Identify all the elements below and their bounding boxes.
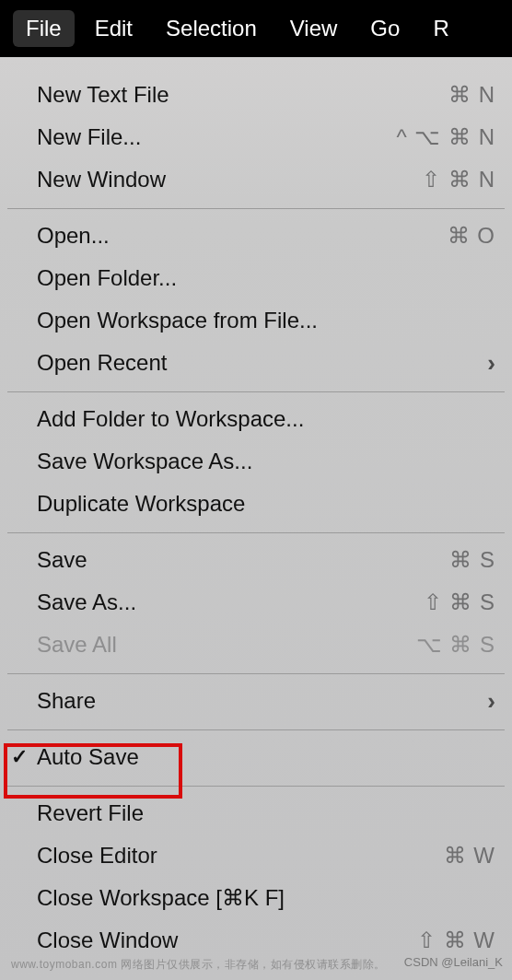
- menu-item-label: New Text File: [37, 82, 448, 108]
- menubar-item-file[interactable]: File: [13, 10, 75, 47]
- menu-item-share[interactable]: Share ›: [0, 680, 512, 722]
- menu-item-open-recent[interactable]: Open Recent ›: [0, 342, 512, 384]
- menu-item-shortcut: ^ ⌥ ⌘ N: [396, 124, 495, 150]
- menu-item-shortcut: ⌘ S: [449, 547, 495, 573]
- watermark-text: www.toymoban.com 网络图片仅供展示，非存储，如有侵权请联系删除。: [11, 957, 386, 973]
- menu-item-label: Save: [37, 547, 449, 573]
- menu-item-revert-file[interactable]: Revert File: [0, 792, 512, 834]
- menu-group: Share ›: [0, 674, 512, 729]
- check-icon: ✓: [11, 745, 28, 769]
- menu-item-open-workspace-from-file[interactable]: Open Workspace from File...: [0, 299, 512, 342]
- menu-item-label: Share: [37, 688, 487, 714]
- menu-group: New Text File ⌘ N New File... ^ ⌥ ⌘ N Ne…: [0, 68, 512, 208]
- menu-item-add-folder-to-workspace[interactable]: Add Folder to Workspace...: [0, 398, 512, 440]
- menu-group: Add Folder to Workspace... Save Workspac…: [0, 392, 512, 532]
- menu-item-label: Open Recent: [37, 350, 487, 376]
- menu-item-open-folder[interactable]: Open Folder...: [0, 257, 512, 299]
- menu-item-save[interactable]: Save ⌘ S: [0, 539, 512, 581]
- watermark-text: CSDN @Leilani_K: [404, 955, 503, 969]
- menu-item-label: Open...: [37, 223, 448, 249]
- menu-item-new-window[interactable]: New Window ⇧ ⌘ N: [0, 158, 512, 201]
- menu-item-shortcut: ⇧ ⌘ W: [417, 928, 495, 953]
- menubar-item-view[interactable]: View: [277, 10, 351, 47]
- menu-group: Revert File Close Editor ⌘ W Close Works…: [0, 787, 512, 969]
- menu-item-label: Add Folder to Workspace...: [37, 406, 495, 432]
- menu-item-shortcut: ⌘ W: [444, 843, 495, 869]
- menubar-item-go[interactable]: Go: [357, 10, 413, 47]
- menu-group: Open... ⌘ O Open Folder... Open Workspac…: [0, 209, 512, 391]
- menu-item-label: Save All: [37, 632, 416, 658]
- menu-item-save-workspace-as[interactable]: Save Workspace As...: [0, 440, 512, 483]
- menu-item-shortcut: ⇧ ⌘ S: [424, 589, 495, 615]
- menu-item-label: Duplicate Workspace: [37, 491, 495, 517]
- chevron-right-icon: ›: [487, 687, 495, 716]
- menu-item-label: Open Workspace from File...: [37, 308, 495, 333]
- menu-item-shortcut: ⇧ ⌘ N: [422, 167, 495, 192]
- menubar-item-edit[interactable]: Edit: [82, 10, 145, 47]
- menu-item-label: New Window: [37, 167, 422, 192]
- menu-item-label: New File...: [37, 124, 396, 150]
- menu-item-label: Open Folder...: [37, 265, 495, 291]
- menu-item-close-workspace[interactable]: Close Workspace [⌘K F]: [0, 877, 512, 919]
- menu-item-label: Close Workspace [⌘K F]: [37, 885, 495, 911]
- menu-item-label: Close Window: [37, 928, 417, 953]
- menu-item-new-file[interactable]: New File... ^ ⌥ ⌘ N: [0, 116, 512, 158]
- menu-item-close-editor[interactable]: Close Editor ⌘ W: [0, 834, 512, 877]
- menu-item-auto-save[interactable]: ✓ Auto Save: [0, 736, 512, 778]
- menubar: File Edit Selection View Go R: [0, 0, 512, 57]
- menu-item-open[interactable]: Open... ⌘ O: [0, 215, 512, 257]
- menu-group: Save ⌘ S Save As... ⇧ ⌘ S Save All ⌥ ⌘ S: [0, 533, 512, 673]
- menu-item-duplicate-workspace[interactable]: Duplicate Workspace: [0, 483, 512, 525]
- file-dropdown-menu: New Text File ⌘ N New File... ^ ⌥ ⌘ N Ne…: [0, 57, 512, 980]
- menu-item-label: Save As...: [37, 589, 424, 615]
- menu-item-label: Close Editor: [37, 843, 444, 869]
- menubar-item-selection[interactable]: Selection: [153, 10, 270, 47]
- menu-item-save-all: Save All ⌥ ⌘ S: [0, 624, 512, 666]
- menu-item-save-as[interactable]: Save As... ⇧ ⌘ S: [0, 581, 512, 624]
- menu-item-shortcut: ⌥ ⌘ S: [416, 632, 495, 658]
- chevron-right-icon: ›: [487, 349, 495, 378]
- menu-item-shortcut: ⌘ N: [448, 82, 495, 108]
- menu-item-shortcut: ⌘ O: [448, 223, 495, 249]
- menubar-item-r[interactable]: R: [420, 10, 461, 47]
- menu-item-new-text-file[interactable]: New Text File ⌘ N: [0, 74, 512, 116]
- menu-group: ✓ Auto Save: [0, 730, 512, 786]
- menu-item-label: Save Workspace As...: [37, 449, 495, 474]
- menu-item-label: Auto Save: [37, 744, 495, 770]
- menu-item-label: Revert File: [37, 800, 495, 826]
